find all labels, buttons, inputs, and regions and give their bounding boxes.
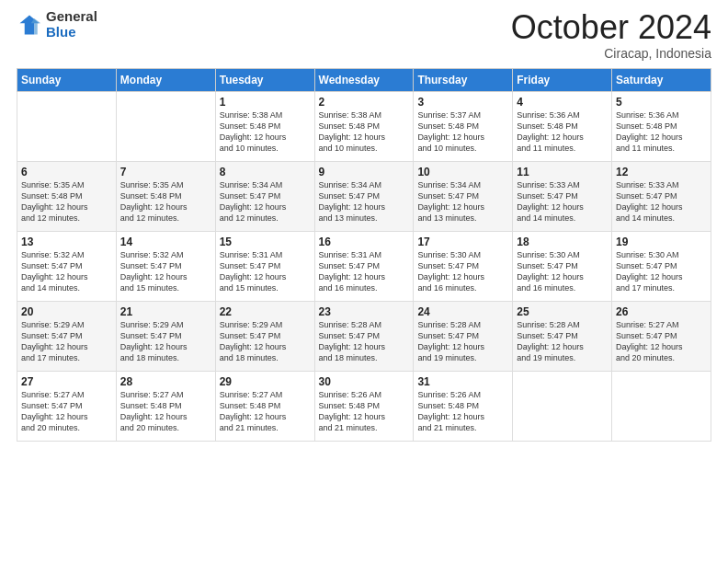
day-info: Sunrise: 5:32 AMSunset: 5:47 PMDaylight:… <box>21 249 112 294</box>
header-saturday: Saturday <box>612 68 711 91</box>
calendar-cell: 9Sunrise: 5:34 AMSunset: 5:47 PMDaylight… <box>314 161 414 231</box>
calendar-cell: 22Sunrise: 5:29 AMSunset: 5:47 PMDayligh… <box>215 301 314 371</box>
calendar-table: Sunday Monday Tuesday Wednesday Thursday… <box>17 68 711 442</box>
day-number: 18 <box>517 236 608 248</box>
calendar-cell: 3Sunrise: 5:37 AMSunset: 5:48 PMDaylight… <box>414 91 513 161</box>
day-number: 4 <box>517 96 608 109</box>
day-number: 6 <box>21 166 112 178</box>
day-number: 26 <box>616 305 707 318</box>
header-tuesday: Tuesday <box>215 68 314 91</box>
day-info: Sunrise: 5:37 AMSunset: 5:48 PMDaylight:… <box>417 109 508 155</box>
calendar-cell: 29Sunrise: 5:27 AMSunset: 5:48 PMDayligh… <box>215 371 314 441</box>
day-info: Sunrise: 5:26 AMSunset: 5:48 PMDaylight:… <box>319 389 410 434</box>
header-friday: Friday <box>513 68 612 91</box>
day-info: Sunrise: 5:30 AMSunset: 5:47 PMDaylight:… <box>417 249 508 294</box>
logo: General Blue <box>17 9 97 40</box>
calendar-cell: 31Sunrise: 5:26 AMSunset: 5:48 PMDayligh… <box>414 371 513 441</box>
day-info: Sunrise: 5:34 AMSunset: 5:47 PMDaylight:… <box>417 179 508 224</box>
day-info: Sunrise: 5:36 AMSunset: 5:48 PMDaylight:… <box>517 109 608 155</box>
day-info: Sunrise: 5:32 AMSunset: 5:47 PMDaylight:… <box>120 249 211 294</box>
day-info: Sunrise: 5:30 AMSunset: 5:47 PMDaylight:… <box>517 249 608 294</box>
day-number: 29 <box>220 375 311 388</box>
calendar-cell: 23Sunrise: 5:28 AMSunset: 5:47 PMDayligh… <box>314 301 414 371</box>
calendar-cell: 2Sunrise: 5:38 AMSunset: 5:48 PMDaylight… <box>314 91 414 161</box>
day-info: Sunrise: 5:33 AMSunset: 5:47 PMDaylight:… <box>616 179 707 224</box>
calendar-cell <box>612 371 711 441</box>
day-info: Sunrise: 5:29 AMSunset: 5:47 PMDaylight:… <box>220 319 311 364</box>
calendar-cell: 18Sunrise: 5:30 AMSunset: 5:47 PMDayligh… <box>513 231 612 301</box>
day-number: 27 <box>21 375 112 388</box>
day-info: Sunrise: 5:26 AMSunset: 5:48 PMDaylight:… <box>417 389 508 434</box>
header-wednesday: Wednesday <box>314 68 414 91</box>
calendar-cell: 6Sunrise: 5:35 AMSunset: 5:48 PMDaylight… <box>17 161 117 231</box>
calendar-cell: 27Sunrise: 5:27 AMSunset: 5:47 PMDayligh… <box>17 371 117 441</box>
day-info: Sunrise: 5:36 AMSunset: 5:48 PMDaylight:… <box>616 109 707 155</box>
day-number: 12 <box>616 166 707 178</box>
day-number: 13 <box>21 236 112 248</box>
month-title: October 2024 <box>511 9 711 46</box>
day-number: 16 <box>319 236 410 248</box>
day-info: Sunrise: 5:27 AMSunset: 5:47 PMDaylight:… <box>21 389 112 434</box>
day-info: Sunrise: 5:28 AMSunset: 5:47 PMDaylight:… <box>319 319 410 364</box>
day-number: 22 <box>220 305 311 318</box>
day-number: 30 <box>319 375 410 388</box>
day-number: 28 <box>120 375 211 388</box>
day-number: 17 <box>417 236 508 248</box>
day-info: Sunrise: 5:27 AMSunset: 5:48 PMDaylight:… <box>220 389 311 434</box>
day-number: 9 <box>319 166 410 178</box>
day-info: Sunrise: 5:29 AMSunset: 5:47 PMDaylight:… <box>120 319 211 364</box>
calendar-cell: 15Sunrise: 5:31 AMSunset: 5:47 PMDayligh… <box>215 231 314 301</box>
calendar-cell: 4Sunrise: 5:36 AMSunset: 5:48 PMDaylight… <box>513 91 612 161</box>
calendar-cell: 12Sunrise: 5:33 AMSunset: 5:47 PMDayligh… <box>612 161 711 231</box>
day-number: 5 <box>616 96 707 109</box>
calendar-cell: 17Sunrise: 5:30 AMSunset: 5:47 PMDayligh… <box>414 231 513 301</box>
day-info: Sunrise: 5:33 AMSunset: 5:47 PMDaylight:… <box>517 179 608 224</box>
location-subtitle: Ciracap, Indonesia <box>511 46 711 61</box>
calendar-cell: 14Sunrise: 5:32 AMSunset: 5:47 PMDayligh… <box>116 231 215 301</box>
calendar-cell: 1Sunrise: 5:38 AMSunset: 5:48 PMDaylight… <box>215 91 314 161</box>
title-block: October 2024 Ciracap, Indonesia <box>511 9 711 61</box>
calendar-cell: 26Sunrise: 5:27 AMSunset: 5:47 PMDayligh… <box>612 301 711 371</box>
page: General Blue October 2024 Ciracap, Indon… <box>0 0 728 563</box>
day-info: Sunrise: 5:30 AMSunset: 5:47 PMDaylight:… <box>616 249 707 294</box>
calendar-cell: 13Sunrise: 5:32 AMSunset: 5:47 PMDayligh… <box>17 231 117 301</box>
calendar-cell: 21Sunrise: 5:29 AMSunset: 5:47 PMDayligh… <box>116 301 215 371</box>
day-info: Sunrise: 5:35 AMSunset: 5:48 PMDaylight:… <box>21 179 112 224</box>
day-number: 14 <box>120 236 211 248</box>
calendar-cell: 10Sunrise: 5:34 AMSunset: 5:47 PMDayligh… <box>414 161 513 231</box>
calendar-cell: 5Sunrise: 5:36 AMSunset: 5:48 PMDaylight… <box>612 91 711 161</box>
calendar-cell <box>17 91 117 161</box>
logo-blue-text: Blue <box>46 25 97 40</box>
header-monday: Monday <box>116 68 215 91</box>
day-info: Sunrise: 5:38 AMSunset: 5:48 PMDaylight:… <box>319 109 410 155</box>
calendar-cell: 19Sunrise: 5:30 AMSunset: 5:47 PMDayligh… <box>612 231 711 301</box>
day-number: 24 <box>417 305 508 318</box>
day-number: 20 <box>21 305 112 318</box>
day-number: 25 <box>517 305 608 318</box>
calendar-week-row: 1Sunrise: 5:38 AMSunset: 5:48 PMDaylight… <box>17 91 711 161</box>
day-number: 1 <box>220 96 311 109</box>
calendar-week-row: 13Sunrise: 5:32 AMSunset: 5:47 PMDayligh… <box>17 231 711 301</box>
day-number: 8 <box>220 166 311 178</box>
logo-text: General Blue <box>46 9 97 40</box>
logo-general-text: General <box>46 9 97 25</box>
day-info: Sunrise: 5:38 AMSunset: 5:48 PMDaylight:… <box>220 109 311 155</box>
header: General Blue October 2024 Ciracap, Indon… <box>17 9 711 61</box>
logo-icon <box>17 12 42 38</box>
day-number: 19 <box>616 236 707 248</box>
calendar-cell: 20Sunrise: 5:29 AMSunset: 5:47 PMDayligh… <box>17 301 117 371</box>
calendar-cell: 16Sunrise: 5:31 AMSunset: 5:47 PMDayligh… <box>314 231 414 301</box>
day-info: Sunrise: 5:29 AMSunset: 5:47 PMDaylight:… <box>21 319 112 364</box>
day-number: 2 <box>319 96 410 109</box>
day-number: 23 <box>319 305 410 318</box>
day-info: Sunrise: 5:31 AMSunset: 5:47 PMDaylight:… <box>220 249 311 294</box>
day-number: 7 <box>120 166 211 178</box>
calendar-cell: 25Sunrise: 5:28 AMSunset: 5:47 PMDayligh… <box>513 301 612 371</box>
calendar-cell: 8Sunrise: 5:34 AMSunset: 5:47 PMDaylight… <box>215 161 314 231</box>
day-info: Sunrise: 5:28 AMSunset: 5:47 PMDaylight:… <box>517 319 608 364</box>
calendar-week-row: 27Sunrise: 5:27 AMSunset: 5:47 PMDayligh… <box>17 371 711 441</box>
calendar-cell: 24Sunrise: 5:28 AMSunset: 5:47 PMDayligh… <box>414 301 513 371</box>
day-info: Sunrise: 5:27 AMSunset: 5:48 PMDaylight:… <box>120 389 211 434</box>
day-number: 21 <box>120 305 211 318</box>
calendar-week-row: 6Sunrise: 5:35 AMSunset: 5:48 PMDaylight… <box>17 161 711 231</box>
